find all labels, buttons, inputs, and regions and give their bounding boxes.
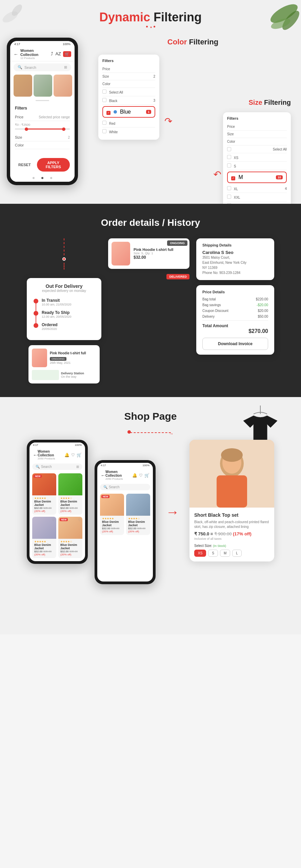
phone-search-bar[interactable]: 🔍 Search ⊞ [14, 63, 71, 71]
size-btn-s[interactable]: S [208, 550, 218, 557]
size-select-all[interactable]: Select All [227, 145, 287, 153]
price-range-slider[interactable]: ₹0 - ₹2500 [15, 121, 70, 134]
size-btn-m[interactable]: M [220, 550, 230, 557]
shop2-nav-icons: 🔔 ♡ 🛒 [132, 473, 149, 478]
price-filter-row[interactable]: Price Selected price range [15, 113, 70, 121]
price-details-card: Price Details Bag total $220.00 Bag savi… [196, 285, 274, 355]
ready-to-ship-title: Ready To Ship [42, 310, 72, 315]
size-value: 2 [68, 136, 70, 139]
m-label: M [238, 174, 243, 180]
shop-nav-icons: 🔔 ♡ 🛒 [64, 453, 82, 457]
shop2-search-bar[interactable]: 🔍 Search [100, 484, 150, 490]
connector-dot [62, 257, 66, 261]
timeline-card: Out For Delivery expected delivery on mo… [27, 278, 101, 340]
s-label: S [234, 164, 236, 168]
select-all-row[interactable]: Select All [102, 88, 155, 96]
color-filter-row[interactable]: Color [15, 141, 70, 149]
shop-product-4[interactable]: NEW ♡ ★★★★☆ Blue Denim Jacket $32.00 $35… [58, 517, 82, 558]
sort-icon[interactable]: AZ [55, 51, 61, 57]
shop-search-bar[interactable]: 🔍 Search ⊞ [32, 463, 82, 470]
shop-filter-icon[interactable]: ⊞ [76, 465, 79, 469]
color-filter-label-inner: Color [102, 82, 111, 86]
white-label: White [109, 130, 118, 134]
xxl-label: XXL [234, 196, 240, 199]
xl-check[interactable] [227, 186, 231, 190]
download-invoice-button[interactable]: Download Invoice [202, 338, 268, 350]
ordered-title: Ordered [42, 322, 58, 327]
shop2-heart-icon[interactable]: ♡ [139, 473, 143, 478]
prod-old-price-1: $35.00 [43, 507, 52, 510]
bag-savings-value: -$20.00 [257, 303, 268, 307]
shop2-product-1[interactable]: NEW ★★★★★ Blue Denim Jacket $32.00 $35.0… [100, 494, 124, 535]
black-row[interactable]: Black 3 [102, 96, 155, 105]
s-check[interactable] [227, 163, 231, 167]
blue-check[interactable]: ✓ [106, 111, 111, 115]
blue-highlight-row[interactable]: ✓ Blue 1 [102, 106, 155, 118]
heart-3[interactable]: ♡ [52, 518, 55, 522]
size-btn-l[interactable]: L [232, 550, 242, 557]
heart-2[interactable]: ♡ [78, 475, 81, 478]
phone-filters: Filters Price Selected price range ₹0 - … [10, 103, 75, 152]
m-highlight-row[interactable]: ✓ M 10 [227, 172, 287, 183]
shop-product-1[interactable]: NEW ♡ ★★★★★ Blue Denim Jacket $32.00 $35… [32, 473, 56, 515]
filter-icon[interactable]: ⊞ [64, 65, 67, 70]
shop-bell-icon[interactable]: 🔔 [64, 453, 69, 457]
back-icon[interactable]: ← [14, 52, 18, 57]
shop-product-grid: NEW ♡ ★★★★★ Blue Denim Jacket $32.00 $35… [29, 471, 85, 560]
detail-old-price: ₹ 900.00 [214, 531, 232, 536]
heart-1[interactable]: ♡ [52, 475, 55, 478]
size-price-label: Price [227, 125, 235, 129]
shop-cart-icon[interactable]: 🛒 [77, 453, 82, 457]
slider-thumb-right[interactable] [62, 127, 65, 131]
arrow-color-to-size: ↷ [164, 116, 172, 127]
xxl-row[interactable]: XXL [227, 193, 287, 201]
coupon-value: $20.00 [258, 309, 268, 313]
black-check[interactable] [102, 98, 106, 102]
ordered-dot [34, 323, 38, 328]
heart-4[interactable]: ♡ [78, 518, 81, 522]
xs-check[interactable] [227, 155, 231, 159]
cart-icon[interactable]: 🛒 [63, 51, 71, 57]
white-check[interactable] [102, 129, 106, 133]
m-check[interactable]: ✓ [231, 176, 235, 180]
reset-button[interactable]: RESET [15, 158, 34, 172]
shop2-cart-icon[interactable]: 🛒 [144, 473, 149, 478]
delivery-row: Delivery $50.00 [202, 315, 268, 318]
xs-row[interactable]: XS [227, 153, 287, 162]
prod-price-2: $32.00 $35.00 (20% off) [60, 507, 80, 513]
shop-product-2[interactable]: ♡ ★★★★☆ Blue Denim Jacket $32.00 $35.00 … [58, 473, 82, 515]
prod-old-price-2: $35.00 [69, 507, 78, 510]
shop2-prod-price-2: $32.00 $35.00 (20% off) [128, 527, 148, 533]
size-btn-xs[interactable]: XS [194, 550, 206, 557]
phone-shop-screen-2: 4:17 100% ← Women Collection 2050 Produc… [97, 463, 153, 581]
shop-heart-icon[interactable]: ♡ [71, 453, 75, 457]
detail-product-price: ₹ 750.0 = ₹ 900.00 (17% off) [194, 531, 269, 536]
size-all-check[interactable] [227, 147, 231, 151]
size-filter-row[interactable]: Size 2 [15, 134, 70, 141]
size-buttons: XS S M L [194, 550, 269, 557]
apply-filters-button[interactable]: APPLY FILTERS [37, 158, 70, 172]
shop-product-3[interactable]: ♡ ★★★★★ Blue Denim Jacket $32.00 $35.00 … [32, 517, 56, 558]
slider-thumb-left[interactable] [25, 127, 28, 131]
arrow-size: ↷ [214, 169, 221, 180]
shop-back-icon[interactable]: ← [33, 452, 38, 458]
prod-name-1: Blue Denim Jacket [34, 500, 54, 507]
select-all-check[interactable] [102, 90, 106, 94]
shop2-bell-icon[interactable]: 🔔 [132, 473, 137, 478]
shop2-product-2[interactable]: ★★★★☆ Blue Denim Jacket $32.00 $35.00 (2… [126, 494, 150, 535]
shop2-back-icon[interactable]: ← [101, 473, 105, 478]
xxl-check[interactable] [227, 195, 231, 199]
s-row[interactable]: S [227, 162, 287, 170]
shop-time: 4:17 [33, 443, 38, 447]
xl-row[interactable]: XL 4 [227, 184, 287, 193]
shop2-collection-sub: 2050 Products [105, 477, 132, 480]
size-size-row: Size [227, 131, 287, 138]
white-row[interactable]: White [102, 127, 155, 136]
order-history-mini: Pink Hoodie t-shirt full ONGOING 26th Ma… [28, 345, 100, 383]
red-row[interactable]: Red [102, 119, 155, 127]
search-placeholder: Search [24, 65, 36, 70]
shop2-stars-2: ★★★★☆ [128, 517, 148, 520]
red-check[interactable] [102, 121, 106, 125]
share-icon[interactable]: ⤴ [51, 51, 53, 57]
product-mini-img [112, 242, 130, 265]
